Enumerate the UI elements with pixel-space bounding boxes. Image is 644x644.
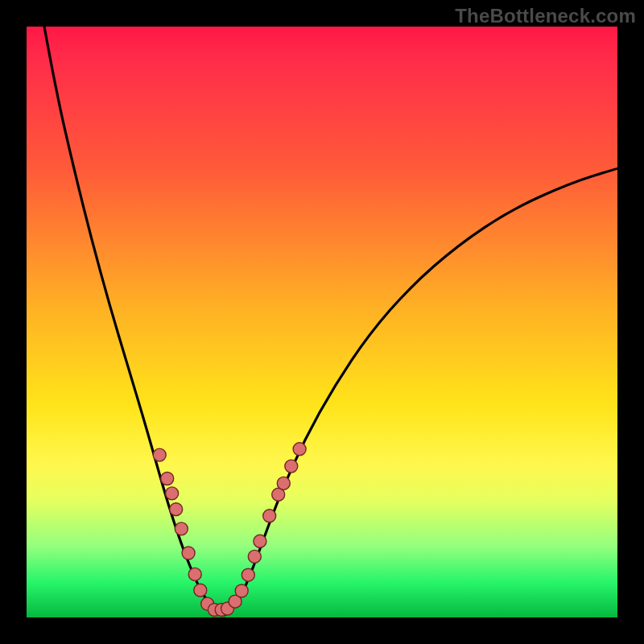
- marker-group: [153, 443, 306, 617]
- curve-marker: [293, 443, 306, 456]
- chart-frame: TheBottleneck.com: [0, 0, 644, 644]
- curve-marker: [188, 568, 201, 580]
- plot-area: [27, 27, 617, 617]
- curve-marker: [285, 460, 298, 473]
- curve-marker: [215, 604, 228, 617]
- curve-marker: [248, 550, 261, 563]
- curve-marker: [161, 473, 174, 485]
- bottleneck-curve: [44, 27, 617, 616]
- curve-marker: [221, 602, 234, 615]
- curve-marker: [254, 535, 266, 547]
- curve-marker: [194, 584, 207, 597]
- curve-svg: [27, 27, 617, 617]
- curve-marker: [208, 604, 221, 617]
- curve-marker: [170, 503, 183, 516]
- curve-marker: [277, 477, 290, 489]
- watermark-text: TheBottleneck.com: [455, 5, 636, 27]
- curve-marker: [166, 487, 179, 500]
- curve-marker: [175, 522, 188, 535]
- curve-marker: [229, 595, 242, 608]
- curve-marker: [235, 584, 248, 597]
- curve-marker: [263, 510, 276, 522]
- curve-marker: [272, 488, 285, 501]
- curve-marker: [182, 547, 195, 559]
- curve-marker: [153, 448, 166, 461]
- curve-marker: [242, 568, 254, 581]
- curve-marker: [201, 597, 214, 610]
